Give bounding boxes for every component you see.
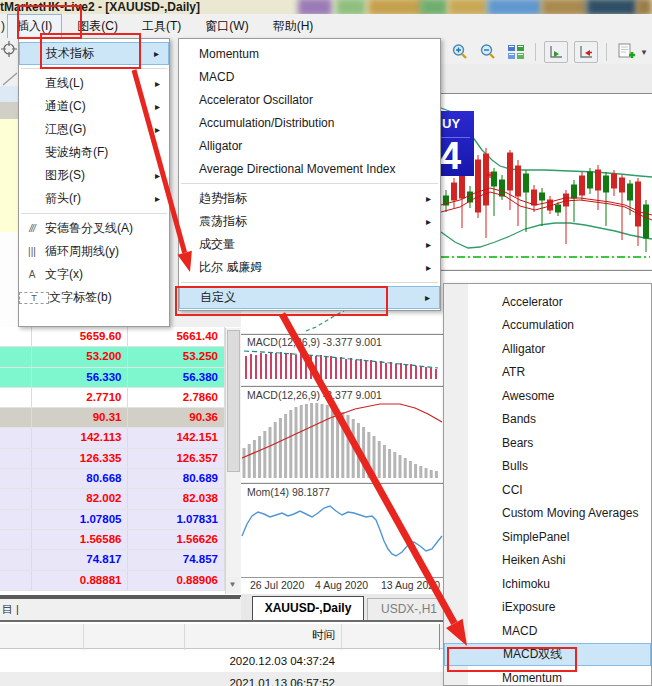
menu-item-label: 文字(x) — [45, 266, 155, 283]
symbol-cell — [0, 530, 32, 549]
menu-item-accumulation[interactable]: Accumulation — [444, 314, 651, 338]
menu-item-atr[interactable]: ATR — [444, 361, 651, 385]
menu-item-label: Alligator — [199, 139, 426, 153]
menu-item-accelerator-oscillator[interactable]: Accelerator Oscillator — [179, 88, 440, 111]
ask-cell: 5661.40 — [128, 327, 225, 346]
menu-bar-overflow: ) — [0, 16, 7, 36]
menu-item-label: Momentum — [502, 671, 637, 685]
submenu-arrow-icon: ▸ — [154, 48, 168, 59]
dropdown-caret-icon[interactable]: ▼ — [640, 48, 648, 57]
ask-cell: 1.07831 — [128, 510, 225, 529]
menu-item-l[interactable]: 直线(L)▸ — [19, 72, 169, 95]
bid-cell: 56.330 — [32, 368, 129, 387]
menu-item-bands[interactable]: Bands — [444, 408, 651, 432]
menu-item-[interactable]: 趋势指标▸ — [179, 187, 440, 210]
market-watch-row[interactable]: 2.77102.7860 — [0, 388, 225, 408]
menu-item-g[interactable]: 江恩(G)▸ — [19, 118, 169, 141]
market-watch-row[interactable]: 142.113142.151 — [0, 428, 225, 448]
box-macd-dual-item — [447, 647, 577, 672]
menu-item-heiken-ashi[interactable]: Heiken Ashi — [444, 549, 651, 573]
buy-label: UY — [442, 116, 460, 131]
market-watch-row[interactable]: 0.888810.88906 — [0, 571, 225, 591]
menu-item-accelerator[interactable]: Accelerator — [444, 290, 651, 314]
menu-item-accumulation-distribution[interactable]: Accumulation/Distribution — [179, 111, 440, 134]
market-watch-row[interactable]: 1.078051.07831 — [0, 510, 225, 530]
menu-item-momentum[interactable]: Momentum — [179, 42, 440, 65]
trendline-icon[interactable] — [2, 72, 18, 90]
menu-item-a[interactable]: ///安德鲁分叉线(A) — [19, 217, 169, 240]
menubar-item-t[interactable]: 工具(T) — [133, 15, 190, 38]
menu-item-cci[interactable]: CCI — [444, 478, 651, 502]
menu-item-y[interactable]: |||循环周期线(y) — [19, 240, 169, 263]
menu-item-bears[interactable]: Bears — [444, 431, 651, 455]
market-watch-tabs[interactable]: 目 | — [0, 597, 240, 618]
menu-item-ichimoku[interactable]: Ichimoku — [444, 572, 651, 596]
market-watch-row[interactable]: 82.00282.038 — [0, 489, 225, 509]
menu-item-s[interactable]: 图形(S)▸ — [19, 164, 169, 187]
text-label-icon: T — [19, 292, 49, 304]
menu-item-[interactable]: 震荡指标▸ — [179, 210, 440, 233]
market-watch-row[interactable]: 53.20053.250 — [0, 347, 225, 367]
menubar-item-w[interactable]: 窗口(W) — [196, 15, 257, 38]
scrollbar-thumb[interactable] — [227, 330, 240, 472]
chart-tab-strip: XAUUSD-,Daily USDX-,H1 — [241, 594, 455, 620]
symbol-cell — [0, 510, 32, 529]
menu-item-label: 循环周期线(y) — [45, 243, 155, 260]
menu-item-r[interactable]: 箭头(r)▸ — [19, 187, 169, 210]
menu-item-macd[interactable]: MACD — [179, 65, 440, 88]
market-watch-row[interactable]: 74.81774.857 — [0, 550, 225, 570]
bid-cell: 1.07805 — [32, 510, 129, 529]
menu-item-label: 斐波纳奇(F) — [45, 144, 155, 161]
scrollbar-down-icon[interactable]: ▼ — [226, 577, 239, 592]
menu-item-iexposure[interactable]: iExposure — [444, 596, 651, 620]
menu-item-label: Ichimoku — [502, 577, 637, 591]
crosshair-icon[interactable] — [1, 41, 17, 61]
bid-cell: 0.88881 — [32, 571, 129, 590]
menu-item-alligator[interactable]: Alligator — [179, 134, 440, 157]
menu-item-c[interactable]: 通道(C)▸ — [19, 95, 169, 118]
market-watch-row[interactable]: 1.565861.56626 — [0, 530, 225, 550]
submenu-arrow-icon: ▸ — [155, 170, 169, 181]
menu-item-label: 江恩(G) — [45, 121, 155, 138]
menu-item-custom-moving-averages[interactable]: Custom Moving Averages — [444, 502, 651, 526]
market-watch-row[interactable]: 5659.605661.40 — [0, 327, 225, 347]
zoom-out-icon[interactable] — [477, 42, 499, 62]
tab-xauusd-daily[interactable]: XAUUSD-,Daily — [252, 596, 364, 620]
market-watch-row-edge — [0, 102, 18, 119]
menu-item-[interactable]: 成交量▸ — [179, 233, 440, 256]
menu-item-average-directional-movement-index[interactable]: Average Directional Movement Index — [179, 157, 440, 180]
market-watch-row-edge — [0, 232, 18, 327]
wallpaper-blob — [487, 0, 542, 14]
add-indicator-icon[interactable] — [615, 42, 637, 62]
menu-item-simplepanel[interactable]: SimplePanel — [444, 525, 651, 549]
menu-item-[interactable]: 比尔 威廉姆▸ — [179, 256, 440, 279]
time-cell: 2021.01.13 06:57:52 — [185, 672, 335, 686]
menu-item-label: 通道(C) — [45, 98, 155, 115]
x-axis-label: 26 Jul 2020 — [250, 579, 304, 591]
menu-item-b[interactable]: T文字标签(b) — [19, 286, 169, 309]
menu-item-x[interactable]: A文字(x) — [19, 263, 169, 286]
menu-item-f[interactable]: 斐波纳奇(F) — [19, 141, 169, 164]
market-watch-row[interactable]: 80.66880.689 — [0, 469, 225, 489]
menu-item-label: 震荡指标 — [199, 213, 426, 230]
market-watch-row[interactable]: 56.33056.380 — [0, 368, 225, 388]
submenu-arrow-icon: ▸ — [155, 124, 169, 135]
zoom-in-icon[interactable] — [449, 42, 471, 62]
toolbar-separator — [606, 43, 607, 61]
chart-shift-icon[interactable] — [544, 41, 568, 63]
andrews-pitchfork-icon: /// — [19, 223, 45, 234]
ask-cell: 142.151 — [128, 428, 225, 447]
market-watch-row-edge — [0, 119, 18, 232]
symbol-cell — [0, 347, 32, 366]
market-watch-row[interactable]: 90.3190.36 — [0, 408, 225, 428]
menu-item-awesome[interactable]: Awesome — [444, 384, 651, 408]
tab-usdx-h1[interactable]: USDX-,H1 — [367, 598, 451, 620]
menu-item-bulls[interactable]: Bulls — [444, 455, 651, 479]
symbol-cell — [0, 428, 32, 447]
menu-item-alligator[interactable]: Alligator — [444, 337, 651, 361]
menu-item-macd[interactable]: MACD — [444, 619, 651, 643]
tile-windows-icon[interactable] — [505, 42, 527, 62]
chart-autoscroll-icon[interactable] — [574, 41, 598, 63]
menubar-item-h[interactable]: 帮助(H) — [264, 15, 323, 38]
market-watch-row[interactable]: 126.335126.357 — [0, 449, 225, 469]
